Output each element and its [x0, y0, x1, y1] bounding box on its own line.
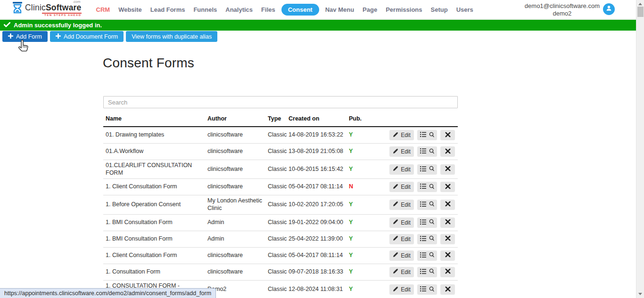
close-icon: [445, 132, 451, 139]
view-details-button[interactable]: [417, 164, 437, 175]
view-details-button[interactable]: [417, 267, 437, 277]
delete-button[interactable]: [440, 130, 455, 140]
cell-created-on: 10-02-2020 17:20:05: [286, 199, 347, 210]
edit-button[interactable]: Edit: [389, 284, 414, 295]
pencil-icon: [393, 286, 398, 293]
cell-author: My London Aesthetic Clinic: [205, 195, 265, 214]
person-icon: [605, 5, 612, 14]
table-row: 01.A.Workflow clinicsoftware Classic 13-…: [103, 144, 458, 160]
cell-name: 01.CLEARLIFT CONSULTATION FORM: [103, 160, 205, 178]
table-row: 01. Drawing templates clinicsoftware Cla…: [103, 127, 458, 144]
magnifier-icon: [429, 252, 434, 259]
pencil-icon: [393, 201, 398, 208]
view-details-button[interactable]: [417, 146, 437, 157]
table-row: 1. BMI Consultation Form Admin Classic 2…: [103, 231, 458, 248]
nav-item-website[interactable]: Website: [114, 4, 146, 16]
edit-button[interactable]: Edit: [389, 250, 414, 261]
cell-name: 1. BMI Consultation Form: [103, 234, 205, 245]
cell-name: 1. BMI Consultation Form: [103, 217, 205, 228]
nav-item-analytics[interactable]: Analytics: [221, 4, 257, 16]
add-form-button[interactable]: Add Form: [2, 31, 48, 42]
cell-actions: Edit: [387, 198, 459, 212]
nav-item-files[interactable]: Files: [257, 4, 280, 16]
nav-item-crm[interactable]: CRM: [92, 4, 115, 16]
edit-button[interactable]: Edit: [389, 164, 414, 175]
delete-button[interactable]: [440, 200, 455, 210]
cell-author: clinicsoftware: [205, 181, 265, 193]
cell-created-on: 19-01-2022 09:04:00: [286, 217, 347, 228]
nav-item-nav-menu[interactable]: Nav Menu: [321, 4, 358, 16]
edit-button[interactable]: Edit: [389, 146, 414, 157]
edit-button[interactable]: Edit: [389, 234, 414, 244]
close-icon: [445, 184, 451, 191]
view-details-button[interactable]: [417, 250, 437, 261]
delete-button[interactable]: [440, 267, 455, 277]
clinicsoftware-logo[interactable]: ClinicSoftware .com TEN STEPS AHEAD: [12, 2, 82, 17]
view-details-button[interactable]: [417, 130, 437, 140]
vertical-scrollbar: [636, 0, 644, 298]
delete-button[interactable]: [440, 234, 455, 244]
close-icon: [445, 166, 451, 173]
scroll-down-arrow-icon[interactable]: [638, 293, 642, 295]
cell-pub: Y: [347, 199, 387, 210]
view-details-button[interactable]: [417, 284, 437, 295]
nav-item-lead-forms[interactable]: Lead Forms: [146, 4, 190, 16]
pencil-icon: [393, 132, 398, 139]
nav-item-permissions[interactable]: Permissions: [381, 4, 426, 16]
edit-button[interactable]: Edit: [389, 130, 414, 140]
scrollbar-thumb[interactable]: [637, 7, 644, 17]
avatar[interactable]: [603, 3, 615, 15]
search-input[interactable]: [103, 96, 458, 108]
list-icon: [420, 235, 427, 243]
close-icon: [445, 148, 451, 155]
nav-item-users[interactable]: Users: [452, 4, 478, 16]
view-details-button[interactable]: [417, 200, 437, 210]
table-row: 01.CLEARLIFT CONSULTATION FORM clinicsof…: [103, 160, 458, 179]
close-icon: [445, 201, 451, 208]
view-details-button[interactable]: [417, 182, 437, 192]
pencil-icon: [393, 219, 398, 226]
table-row: 1. Client Consultation Form clinicsoftwa…: [103, 248, 458, 264]
table-body: 01. Drawing templates clinicsoftware Cla…: [103, 127, 458, 298]
scroll-up-arrow-icon[interactable]: [638, 3, 642, 5]
cell-created-on: 05-04-2017 08:11:14: [286, 250, 347, 261]
delete-button[interactable]: [440, 250, 455, 261]
close-icon: [445, 219, 451, 226]
view-details-button[interactable]: [417, 217, 437, 228]
nav-item-funnels[interactable]: Funnels: [189, 4, 221, 16]
delete-button[interactable]: [440, 182, 455, 192]
cell-type: Classic: [265, 181, 286, 193]
cell-author: clinicsoftware: [205, 164, 265, 175]
col-header-pub: Pub.: [347, 115, 387, 122]
nav-item-setup[interactable]: Setup: [427, 4, 452, 16]
cell-actions: Edit: [387, 265, 459, 279]
cell-author: clinicsoftware: [205, 250, 265, 261]
cell-name: 01. Drawing templates: [103, 129, 205, 141]
cell-type: Classic: [265, 146, 286, 157]
view-duplicate-alias-button[interactable]: View forms with duplicate alias: [126, 31, 217, 42]
user-info: demo1@clinicsoftware.com demo2: [525, 2, 615, 18]
cell-author: clinicsoftware: [205, 129, 265, 141]
plus-icon: [56, 33, 61, 40]
cell-created-on: 12-08-2024 11:08:31: [286, 284, 347, 295]
cell-pub: Y: [347, 250, 387, 261]
list-icon: [420, 201, 427, 209]
edit-button[interactable]: Edit: [389, 182, 414, 192]
view-details-button[interactable]: [417, 234, 437, 244]
delete-button[interactable]: [440, 164, 455, 175]
cell-type: Classic: [265, 266, 286, 278]
delete-button[interactable]: [440, 217, 455, 228]
table-row: 1. Before Operation Consent My London Ae…: [103, 195, 458, 214]
edit-button[interactable]: Edit: [389, 267, 414, 277]
add-document-form-button[interactable]: Add Document Form: [50, 31, 124, 42]
delete-button[interactable]: [440, 146, 455, 157]
edit-button[interactable]: Edit: [389, 217, 414, 228]
cell-type: Classic: [265, 129, 286, 141]
nav-item-page[interactable]: Page: [358, 4, 381, 16]
cell-type: Classic: [265, 234, 286, 245]
magnifier-icon: [429, 235, 434, 242]
nav-items: CRMWebsiteLead FormsFunnelsAnalyticsFile…: [92, 4, 478, 16]
nav-item-consent[interactable]: Consent: [281, 4, 319, 16]
delete-button[interactable]: [440, 284, 455, 295]
edit-button[interactable]: Edit: [389, 200, 414, 210]
